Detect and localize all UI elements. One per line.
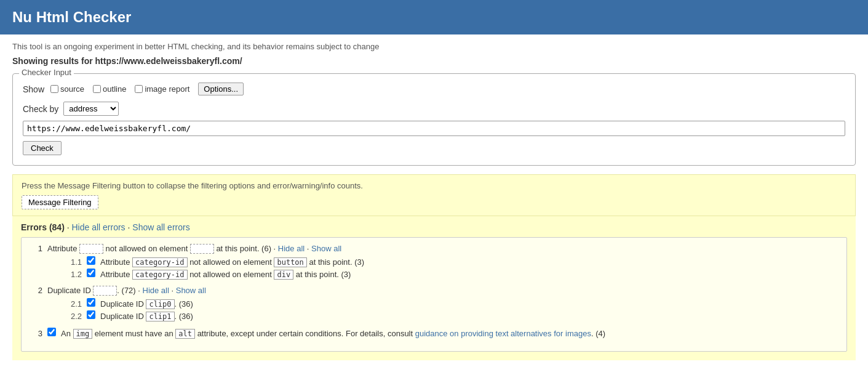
show-all-link-2[interactable]: Show all	[176, 286, 206, 295]
sub-checkbox-2-2[interactable]	[87, 310, 95, 319]
show-label: Show	[23, 84, 44, 94]
check-by-select[interactable]: address file upload text input	[63, 102, 119, 116]
hide-all-link-1[interactable]: Hide all	[278, 244, 305, 253]
show-row: Show source outline image report Options…	[23, 83, 845, 95]
outline-checkbox[interactable]	[93, 85, 101, 93]
source-label: source	[60, 84, 84, 94]
source-checkbox[interactable]	[50, 85, 58, 93]
error-group-2: 2 Duplicate ID . (72) · Hide all · Show …	[28, 286, 840, 321]
image-report-checkbox-label[interactable]: image report	[135, 84, 189, 94]
sub-checkbox-2-1[interactable]	[87, 298, 95, 307]
id-placeholder-2	[93, 286, 117, 296]
url-input[interactable]	[23, 121, 845, 136]
error-group-3: 3 An img element must have an alt attrib…	[28, 328, 840, 339]
error-main-row-2: 2 Duplicate ID . (72) · Hide all · Show …	[28, 286, 840, 296]
error-sub-rows-2: 2.1 Duplicate ID clip0. (36) 2.2 Duplica…	[65, 298, 840, 321]
hide-all-errors-link[interactable]: Hide all errors	[71, 222, 125, 232]
showing-results: Showing results for https://www.edelweis…	[12, 56, 856, 66]
check-button[interactable]: Check	[23, 141, 62, 155]
main-content: This tool is an ongoing experiment in be…	[0, 34, 868, 368]
error-sub-row-1-2: 1.2 Attribute category-id not allowed on…	[65, 269, 840, 280]
app-title: Nu Html Checker	[12, 9, 856, 26]
show-all-link-1[interactable]: Show all	[311, 244, 341, 253]
attr-placeholder-1	[79, 244, 103, 254]
check-by-row: Check by address file upload text input	[23, 102, 845, 116]
message-filtering-button[interactable]: Message Filtering	[22, 195, 98, 209]
error-num-2: 2	[28, 286, 42, 295]
error-sub-row-2-2: 2.2 Duplicate ID clip1. (36)	[65, 310, 840, 321]
header-bar: Nu Html Checker	[0, 0, 868, 34]
checker-input-legend: Checker Input	[19, 68, 74, 77]
sub-checkbox-3[interactable]	[47, 328, 56, 336]
errors-section: Errors (84) · Hide all errors · Show all…	[12, 216, 856, 360]
check-by-label: Check by	[23, 104, 58, 114]
checker-input-box: Checker Input Show source outline image …	[12, 73, 856, 166]
image-report-checkbox[interactable]	[135, 85, 143, 93]
error-num-3: 3	[28, 329, 42, 338]
errors-table: 1 Attribute not allowed on element at th…	[21, 237, 847, 352]
sub-text-2-1: Duplicate ID clip0. (36)	[100, 299, 193, 309]
sub-text-2-2: Duplicate ID clip1. (36)	[100, 312, 193, 321]
sub-checkbox-1-2[interactable]	[87, 269, 95, 277]
options-button[interactable]: Options...	[198, 83, 244, 95]
error-main-row-3: 3 An img element must have an alt attrib…	[28, 328, 840, 339]
hide-all-link-2[interactable]: Hide all	[143, 286, 169, 295]
filter-notice: Press the Message Filtering button to co…	[12, 174, 856, 216]
error-text-2: Duplicate ID . (72) · Hide all · Show al…	[47, 286, 206, 296]
sub-checkbox-1-1[interactable]	[87, 256, 95, 265]
image-report-label: image report	[145, 84, 189, 94]
error-sub-row-2-1: 2.1 Duplicate ID clip0. (36)	[65, 298, 840, 309]
guidance-link[interactable]: guidance on providing text alternatives …	[415, 329, 591, 338]
error-num-1: 1	[28, 244, 42, 253]
error-sub-row-1-1: 1.1 Attribute category-id not allowed on…	[65, 256, 840, 267]
subtitle: This tool is an ongoing experiment in be…	[12, 42, 856, 51]
error-text-3: An img element must have an alt attribut…	[61, 329, 605, 339]
error-main-row-1: 1 Attribute not allowed on element at th…	[28, 244, 840, 254]
filter-notice-text: Press the Message Filtering button to co…	[22, 181, 846, 190]
show-all-errors-link[interactable]: Show all errors	[132, 222, 189, 232]
error-text-1: Attribute not allowed on element at this…	[47, 244, 341, 254]
error-group-1: 1 Attribute not allowed on element at th…	[28, 244, 840, 280]
show-options: source outline image report Options...	[50, 83, 244, 95]
error-sub-rows-1: 1.1 Attribute category-id not allowed on…	[65, 256, 840, 280]
source-checkbox-label[interactable]: source	[50, 84, 84, 94]
elem-placeholder-1	[190, 244, 214, 254]
sub-text-1-2: Attribute category-id not allowed on ele…	[100, 270, 351, 280]
errors-count: Errors (84)	[21, 222, 67, 232]
outline-label: outline	[103, 84, 126, 94]
errors-header: Errors (84) · Hide all errors · Show all…	[21, 222, 847, 232]
sub-text-1-1: Attribute category-id not allowed on ele…	[100, 257, 364, 267]
outline-checkbox-label[interactable]: outline	[93, 84, 126, 94]
